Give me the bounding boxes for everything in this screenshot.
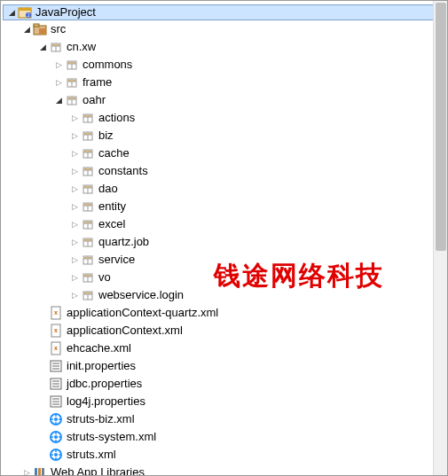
tree-node[interactable]: xapplicationContext.xml (3, 322, 445, 339)
expand-icon[interactable]: ▷ (52, 76, 65, 89)
expand-icon[interactable]: ▷ (68, 147, 81, 160)
expand-icon[interactable]: ▷ (68, 165, 81, 177)
scrollbar-thumb[interactable] (436, 3, 446, 251)
tree-node[interactable]: ▷actions (3, 109, 445, 127)
package-icon (81, 270, 95, 285)
collapse-icon[interactable]: ◢ (52, 94, 65, 106)
scrollbar-track[interactable] (433, 1, 447, 475)
tree-node[interactable]: ◢src (3, 20, 445, 38)
tree-node-label: commons (83, 56, 132, 74)
svg-rect-65 (84, 239, 87, 241)
tree-node[interactable]: ▷constants (3, 162, 445, 180)
package-icon (81, 111, 95, 125)
svg-rect-75 (84, 275, 87, 277)
tree-node-label: ehcache.xml (67, 339, 131, 357)
package-icon (81, 235, 95, 249)
collapse-icon[interactable]: ◢ (20, 23, 33, 35)
project-explorer-tree[interactable]: ◢JJavaProject◢src◢cn.xw▷commons▷frame◢oa… (1, 1, 447, 475)
svg-rect-71 (89, 257, 91, 259)
svg-rect-15 (68, 62, 71, 64)
tree-node[interactable]: ◢oahr (3, 91, 445, 109)
tree-node-label: vo (98, 269, 111, 286)
tree-node[interactable]: xapplicationContext-quartz.xml (3, 304, 445, 322)
tree-node[interactable]: jdbc.properties (3, 375, 445, 393)
tree-node[interactable]: ▷frame (3, 74, 445, 91)
tree-node-label: struts.xml (67, 446, 116, 464)
svg-rect-61 (89, 222, 91, 223)
svg-rect-36 (89, 133, 91, 135)
expand-icon[interactable]: ▷ (20, 466, 33, 475)
tree-node-label: dao (98, 180, 118, 198)
tree-node[interactable]: ▷vo (3, 269, 445, 286)
tree-node-label: Web App Libraries (51, 464, 145, 475)
tree-node-label: biz (98, 127, 114, 144)
svg-rect-76 (89, 275, 91, 277)
svg-rect-66 (89, 239, 91, 241)
expand-icon[interactable]: ▷ (68, 129, 81, 142)
tree-node[interactable]: ▷commons (3, 56, 445, 74)
svg-rect-80 (84, 293, 87, 294)
tree-node-label: jdbc.properties (67, 375, 142, 393)
tree-node[interactable]: log4j.properties (3, 393, 445, 410)
tree-node-label: frame (83, 74, 112, 91)
collapse-icon[interactable]: ◢ (36, 41, 49, 53)
expand-icon[interactable]: ▷ (52, 59, 65, 71)
package-icon (81, 182, 95, 196)
tree-node[interactable]: struts-system.xml (3, 428, 445, 446)
tree-node[interactable]: ▷cache (3, 144, 445, 162)
package-icon (81, 253, 95, 267)
tree-node[interactable]: ▷service (3, 251, 445, 269)
package-icon (81, 288, 95, 302)
svg-rect-31 (89, 115, 91, 117)
tree-node[interactable]: ▷quartz.job (3, 233, 445, 251)
tree-node[interactable]: init.properties (3, 357, 445, 375)
tree-node-label: init.properties (67, 357, 136, 375)
svg-point-113 (54, 453, 58, 456)
struts-file-icon (49, 412, 63, 426)
svg-rect-51 (89, 186, 91, 188)
tree-node-label: applicationContext.xml (67, 322, 183, 339)
properties-file-icon (49, 377, 63, 391)
package-icon (65, 75, 79, 90)
tree-node[interactable]: ▷webservice.login (3, 286, 445, 304)
expand-icon[interactable]: ▷ (68, 183, 81, 195)
struts-file-icon (49, 430, 63, 444)
expand-icon[interactable]: ▷ (68, 289, 81, 301)
svg-text:x: x (54, 327, 58, 333)
svg-point-107 (54, 435, 58, 439)
tree-node[interactable]: struts-biz.xml (3, 410, 445, 428)
xml-file-icon: x (49, 324, 63, 338)
tree-node[interactable]: ◢cn.xw (3, 38, 445, 56)
expand-icon[interactable]: ▷ (68, 112, 81, 124)
package-icon (81, 146, 95, 160)
tree-node[interactable]: xehcache.xml (3, 339, 445, 357)
tree-node-label: struts-system.xml (67, 428, 156, 446)
svg-point-101 (54, 417, 58, 421)
tree-node-label: struts-biz.xml (67, 410, 135, 428)
package-icon (49, 40, 63, 54)
collapse-icon[interactable]: ◢ (5, 6, 18, 19)
tree-node-label: applicationContext-quartz.xml (67, 304, 218, 322)
tree-node-label: cn.xw (67, 38, 96, 56)
expand-icon[interactable]: ▷ (68, 218, 81, 230)
expand-icon[interactable]: ▷ (68, 200, 81, 213)
tree-node[interactable]: ▷dao (3, 180, 445, 198)
tree-node[interactable]: struts.xml (3, 446, 445, 464)
svg-rect-21 (73, 80, 75, 82)
tree-node[interactable]: ▷entity (3, 198, 445, 215)
expand-icon[interactable]: ▷ (68, 271, 81, 284)
expand-icon[interactable]: ▷ (68, 236, 81, 248)
svg-rect-10 (52, 44, 55, 46)
expand-icon[interactable]: ▷ (68, 254, 81, 266)
tree-node[interactable]: ▷biz (3, 127, 445, 144)
tree-node[interactable]: ▷excel (3, 215, 445, 233)
tree-node-label: cache (98, 144, 130, 162)
svg-rect-70 (84, 257, 87, 259)
tree-node[interactable]: ◢JJavaProject (3, 4, 445, 20)
svg-rect-119 (38, 468, 41, 475)
xml-file-icon: x (49, 306, 63, 320)
svg-rect-55 (84, 204, 87, 206)
svg-rect-35 (84, 133, 87, 135)
tree-node[interactable]: ▷Web App Libraries (3, 464, 445, 475)
svg-rect-41 (89, 151, 91, 152)
